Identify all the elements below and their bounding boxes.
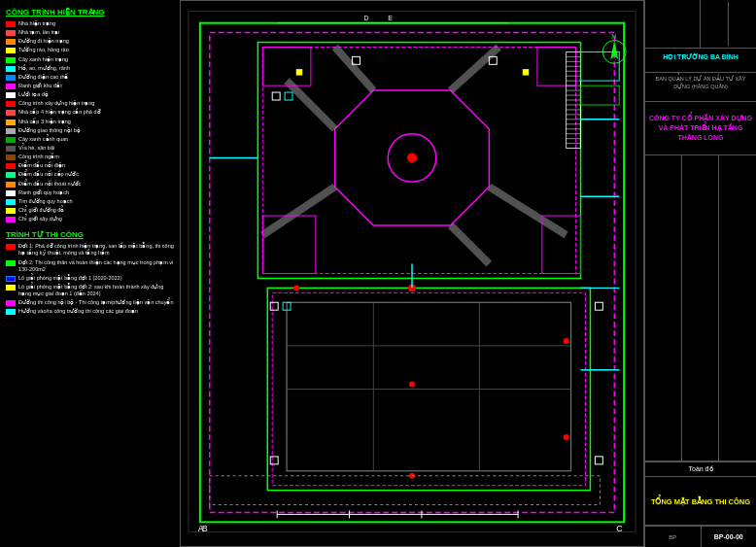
legend-color-11 <box>6 110 16 116</box>
legend-color-3 <box>6 39 16 45</box>
authority-name: BAN QUẢN LÝ DỰ ÁN ĐẦU TƯ XÂY DỰNG (HÀNG … <box>647 76 754 90</box>
scale-label: Toàn đồ <box>648 465 753 473</box>
legend-item: Chỉ giới xây dựng <box>6 216 174 222</box>
legend-color-15 <box>6 146 16 152</box>
drawing-number: BP-00-00 <box>714 533 743 540</box>
legend-item: Tim đường quy hoạch <box>6 198 174 205</box>
legend-item: Đường đi hiện trạng <box>6 38 174 45</box>
legend-item: Cây xanh hiện trạng <box>6 56 174 63</box>
legend-item: Nhà cấp 3 hiện trạng <box>6 119 174 125</box>
legend-text-4: Tường rào, hàng rào <box>18 47 69 53</box>
legend-text-3: Đường đi hiện trạng <box>18 38 69 45</box>
legend-s2-text-5: Đường thi công nội bộ - Thi công tạm/phư… <box>18 299 173 306</box>
legend-text-1: Nhà hiện trạng <box>18 20 55 27</box>
legend-color-22 <box>6 208 16 214</box>
legend-color-18 <box>6 172 16 178</box>
svg-text:B: B <box>202 524 208 533</box>
legend-text-22: Chỉ giới đường đỏ <box>18 207 64 214</box>
legend-color-16 <box>6 154 16 160</box>
svg-point-55 <box>409 382 415 388</box>
legend-text-6: Hồ, ao, mương, rãnh <box>18 65 70 72</box>
legend-color-12 <box>6 120 16 125</box>
company-box: CÔNG TY CỔ PHẦN XÂY DỰNG VÀ PHÁT TRIỂN H… <box>645 102 756 155</box>
svg-point-52 <box>564 338 569 344</box>
legend-s2-text-6: Hướng vào/ra công trường thi công các gi… <box>18 308 138 315</box>
header-grid <box>645 0 756 49</box>
legend-panel: CÔNG TRÌNH HIỆN TRẠNG Nhà hiện trạng Nhà… <box>0 0 180 547</box>
legend-text-23: Chỉ giới xây dựng <box>18 216 62 222</box>
legend-color-1 <box>6 21 16 27</box>
legend-color-9 <box>6 92 16 98</box>
legend-text-5: Cây xanh hiện trạng <box>18 56 68 63</box>
legend-item: Nhà hiện trạng <box>6 20 174 27</box>
legend-s2-color-4 <box>6 285 16 291</box>
legend-color-10 <box>6 101 16 107</box>
main-container: CÔNG TRÌNH HIỆN TRẠNG Nhà hiện trạng Nhà… <box>0 0 756 547</box>
svg-text:N: N <box>611 33 616 40</box>
legend-s2-text-2: Đợt 2: Thi công thân và hoàn thiện các h… <box>18 259 174 273</box>
mid-g3 <box>719 155 756 461</box>
legend-item-s2: Đường thi công nội bộ - Thi công tạm/phư… <box>6 299 174 306</box>
legend-item: Công trình xây dựng hiện trạng <box>6 100 174 107</box>
legend-item: Công trình ngầm <box>6 154 174 160</box>
dn-left-label: BP <box>669 534 676 540</box>
info-panel: HỌI TRƯỜNG BA ĐÌNH BAN QUẢN LÝ DỰ ÁN ĐẦU… <box>644 0 756 547</box>
legend-s2-color-5 <box>6 300 16 306</box>
legend-item: Cây xanh cảnh quan <box>6 136 174 143</box>
legend-item: Điểm đấu nối cấp nước <box>6 171 174 178</box>
header-right-grid <box>703 2 754 46</box>
legend-item: Vỉa hè, sân bãi <box>6 145 174 152</box>
legend-item: Ranh giới quy hoạch <box>6 189 174 196</box>
legend-text-15: Vỉa hè, sân bãi <box>18 145 54 152</box>
svg-text:D: D <box>363 15 368 21</box>
svg-point-18 <box>407 154 417 163</box>
legend-text-14: Cây xanh cảnh quan <box>18 136 68 143</box>
legend-item: Đường điện cao thế <box>6 74 174 81</box>
legend-color-2 <box>6 30 16 36</box>
legend-color-5 <box>6 57 16 63</box>
mid-g1 <box>645 155 682 461</box>
legend-text-18: Điểm đấu nối cấp nước <box>18 171 79 178</box>
legend-text-19: Điểm đấu nối thoát nước <box>18 181 81 188</box>
mid-g2 <box>682 155 719 461</box>
legend-s2-text-3: Lô giải phóng mặt bằng đợt 1 (2020-2022) <box>18 275 122 282</box>
institution-box: HỌI TRƯỜNG BA ĐÌNH <box>645 49 756 73</box>
svg-text:C: C <box>616 524 623 533</box>
svg-rect-72 <box>523 69 529 75</box>
legend-text-20: Ranh giới quy hoạch <box>18 189 69 196</box>
dn-right: BP-00-00 <box>702 527 757 547</box>
institution-name: HỌI TRƯỜNG BA ĐÌNH <box>647 52 754 62</box>
legend-text-8: Ranh giới khu đất <box>18 83 62 89</box>
legend-text-7: Đường điện cao thế <box>18 74 68 81</box>
svg-point-54 <box>564 434 569 440</box>
legend-text-21: Tim đường quy hoạch <box>18 198 73 205</box>
svg-rect-71 <box>296 69 302 75</box>
legend-item: Ranh giới khu đất <box>6 83 174 89</box>
legend-color-19 <box>6 182 16 188</box>
legend-text-9: Lưới tọa độ <box>18 91 49 98</box>
legend-color-8 <box>6 84 16 89</box>
legend-item-s2: Đợt 2: Thi công thân và hoàn thiện các h… <box>6 259 174 273</box>
drawing-title-box: TỔNG MẶT BẰNG THI CÔNG <box>645 477 756 526</box>
legend-item: Hồ, ao, mương, rãnh <box>6 65 174 72</box>
legend-color-7 <box>6 75 16 81</box>
legend-text-11: Nhà cấp 4 hiện trạng cần phá dỡ <box>18 109 101 116</box>
legend-s2-color-2 <box>6 260 16 266</box>
legend-s2-text-4: Lô giải phóng mặt bằng đợt 2: sau khi ho… <box>18 284 174 297</box>
legend-section2-items: Đợt 1: Phá dỡ công trình hiện trạng, san… <box>6 243 174 315</box>
legend-item: Đường giao thông nội bộ <box>6 127 174 134</box>
dn-left: BP <box>645 527 702 547</box>
svg-text:E: E <box>388 15 393 21</box>
spacer-1 <box>645 155 756 462</box>
scale-box: Toàn đồ <box>645 462 756 477</box>
legend-color-17 <box>6 163 16 169</box>
header-r2 <box>729 2 755 46</box>
legend-section2-title: TRÌNH TỰ THI CÔNG <box>6 230 174 239</box>
legend-items-container: Nhà hiện trạng Nhà tạm, lán trại Đường đ… <box>6 20 174 222</box>
legend-item: Nhà cấp 4 hiện trạng cần phá dỡ <box>6 109 174 116</box>
drawing-number-row: BP BP-00-00 <box>645 526 756 547</box>
legend-s2-color-6 <box>6 309 16 315</box>
legend-color-21 <box>6 199 16 205</box>
legend-item: Lưới tọa độ <box>6 91 174 98</box>
header-r1 <box>703 2 729 46</box>
